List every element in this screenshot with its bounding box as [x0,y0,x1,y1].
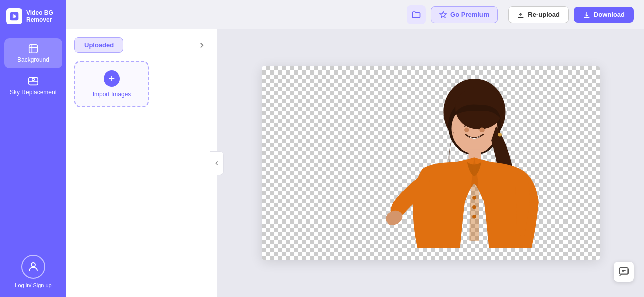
go-premium-button[interactable]: Go Premium [431,6,498,23]
svg-point-3 [32,78,35,81]
main-content: Go Premium Re-upload Download [66,0,644,297]
folder-icon-button[interactable] [407,5,426,24]
panel-header: Uploaded [66,29,217,53]
svg-point-14 [472,196,476,200]
work-area: Uploaded + Import Images [66,29,644,297]
download-button[interactable]: Download [574,7,634,23]
logo-area: Video BG Remover [0,8,66,24]
login-label[interactable]: Log in/ Sign up [15,282,51,289]
topbar: Go Premium Re-upload Download [66,0,644,29]
import-images-box[interactable]: + Import Images [74,61,149,107]
svg-point-15 [472,205,476,209]
topbar-divider [503,8,503,22]
background-panel: Uploaded + Import Images [66,29,217,297]
app-title: Video BG Remover [26,9,53,24]
sidebar-item-background[interactable]: Background [4,38,62,68]
panel-body: + Import Images [66,53,217,297]
sidebar-item-sky-replacement[interactable]: Sky Replacement [4,70,62,101]
feedback-button[interactable] [614,262,634,282]
svg-point-4 [31,263,35,267]
uploaded-tab[interactable]: Uploaded [74,37,123,53]
svg-point-11 [464,128,469,132]
avatar[interactable] [21,255,45,279]
svg-point-16 [472,215,476,219]
import-images-label: Import Images [93,91,131,98]
sidebar-nav: Background Sky Replacement [0,38,66,101]
panel-collapse-handle[interactable] [210,151,224,175]
reupload-button[interactable]: Re-upload [508,6,569,23]
svg-point-13 [498,133,502,137]
panel-chevron-right[interactable] [195,38,209,52]
canvas-area [217,29,644,297]
sidebar-bottom: Log in/ Sign up [15,255,51,289]
sidebar: Video BG Remover Background Sky Replacem… [0,0,66,297]
svg-rect-1 [29,45,38,53]
import-plus-icon: + [104,70,120,87]
logo-icon [6,8,22,24]
person-figure [379,79,550,260]
canvas-image [262,66,600,260]
svg-point-12 [479,128,484,132]
svg-rect-17 [620,268,628,274]
